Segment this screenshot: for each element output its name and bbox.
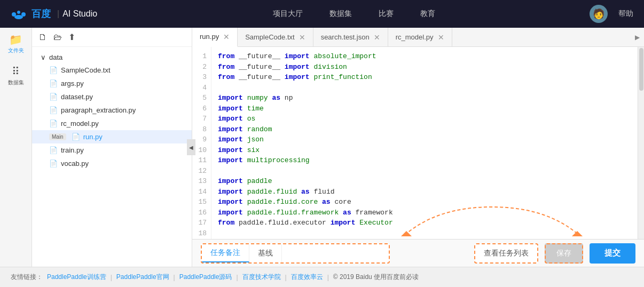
avatar[interactable]: 🧑 xyxy=(590,5,608,23)
footer-link-baiduefficiency[interactable]: 百度效率云 xyxy=(291,273,323,282)
topnav-right: 🧑 帮助 xyxy=(590,5,633,23)
file-icon-samplecode: 📄 xyxy=(49,66,58,74)
tab-scroll-right[interactable]: ▶ xyxy=(631,34,644,41)
file-icon-rcmodel: 📄 xyxy=(49,119,58,127)
line-num: 5 xyxy=(192,93,211,103)
footer-sep: | xyxy=(327,274,329,281)
nav-education[interactable]: 教育 xyxy=(420,9,435,19)
list-item[interactable]: 📄 dataset.py xyxy=(32,90,192,103)
footer-sep: | xyxy=(285,274,287,281)
sidebar: 📁 文件夹 ⠿ 数据集 xyxy=(0,28,32,267)
svg-point-3 xyxy=(14,15,23,19)
grid-icon: ⠿ xyxy=(12,65,20,78)
main-layout: 📁 文件夹 ⠿ 数据集 🗋 🗁 ⬆ ∨ data 📄 SampleCode.tx… xyxy=(0,28,644,267)
new-folder-icon[interactable]: 🗁 xyxy=(53,33,62,42)
footer-prefix: 友情链接： xyxy=(11,273,43,282)
tab-samplecode[interactable]: SampleCode.txt ✕ xyxy=(238,28,313,47)
tab-run-py-label: run.py xyxy=(200,33,219,41)
line-num: 1 xyxy=(192,51,211,62)
code-content[interactable]: from __future__ import absolute_import f… xyxy=(211,47,638,239)
line-num: 13 xyxy=(192,176,211,187)
list-item[interactable]: 📄 args.py xyxy=(32,77,192,90)
nav-competition[interactable]: 比赛 xyxy=(379,9,394,19)
footer-sep: | xyxy=(236,274,238,281)
file-icon-dataset: 📄 xyxy=(49,93,58,101)
view-task-list-button[interactable]: 查看任务列表 xyxy=(474,243,538,264)
new-file-icon[interactable]: 🗋 xyxy=(38,33,47,42)
list-item[interactable]: Main 📄 run.py xyxy=(32,130,192,144)
footer-copyright: © 2019 Baidu 使用百度前必读 xyxy=(333,273,419,282)
tab-search-test[interactable]: search.test.json ✕ xyxy=(313,28,388,47)
list-item[interactable]: 📄 SampleCode.txt xyxy=(32,63,192,77)
line-num: 11 xyxy=(192,155,211,166)
scrollbar-thumb[interactable] xyxy=(639,48,643,91)
sidebar-item-datasets[interactable]: ⠿ 数据集 xyxy=(5,65,27,86)
footer-link-paddlesource[interactable]: PaddlePaddle源码 xyxy=(179,273,232,282)
folder-data[interactable]: ∨ data xyxy=(32,51,192,63)
footer-link-paddleofficial[interactable]: PaddlePaddle官网 xyxy=(116,273,169,282)
file-name-paragraph: paragraph_extraction.py xyxy=(61,106,136,114)
footer-sep: | xyxy=(111,274,112,281)
line-num: 12 xyxy=(192,166,211,177)
upload-icon[interactable]: ⬆ xyxy=(68,32,75,42)
line-num: 4 xyxy=(192,83,211,93)
logo: 百度 | AI Studio xyxy=(11,7,97,20)
tab-search-test-close[interactable]: ✕ xyxy=(374,33,380,42)
file-toolbar: 🗋 🗁 ⬆ xyxy=(32,28,192,47)
topnav: 百度 | AI Studio 项目大厅 数据集 比赛 教育 🧑 帮助 xyxy=(0,0,644,28)
line-num: 14 xyxy=(192,187,211,197)
footer-link-paddletraining[interactable]: PaddlePaddle训练营 xyxy=(47,273,106,282)
file-name-dataset: dataset.py xyxy=(61,93,93,101)
task-notes-input[interactable] xyxy=(282,244,389,262)
code-editor[interactable]: 1 2 3 4 5 6 7 8 9 10 11 12 13 14 15 16 1… xyxy=(192,47,644,239)
svg-point-1 xyxy=(17,11,20,14)
main-badge: Main xyxy=(49,133,66,140)
editor-scrollbar[interactable] xyxy=(638,47,644,239)
sidebar-label-files: 文件夹 xyxy=(8,47,24,54)
chevron-down-icon: ∨ xyxy=(41,53,46,61)
list-item[interactable]: 📄 train.py xyxy=(32,144,192,157)
tab-rc-model[interactable]: rc_model.py ✕ xyxy=(388,28,452,47)
line-num: 15 xyxy=(192,197,211,208)
list-item[interactable]: 📄 paragraph_extraction.py xyxy=(32,103,192,117)
task-input-area: 任务备注 基线 xyxy=(201,243,390,264)
save-button[interactable]: 保存 xyxy=(545,243,583,264)
task-notes-tab[interactable]: 任务备注 xyxy=(202,244,249,262)
help-link[interactable]: 帮助 xyxy=(618,9,633,19)
logo-baidu: 百度 xyxy=(11,7,51,20)
line-num: 8 xyxy=(192,124,211,135)
submit-button[interactable]: 提交 xyxy=(590,243,635,264)
nav-datasets[interactable]: 数据集 xyxy=(329,9,352,19)
footer-link-baidutechacademy[interactable]: 百度技术学院 xyxy=(242,273,281,282)
line-num: 3 xyxy=(192,72,211,83)
list-item[interactable]: 📄 vocab.py xyxy=(32,157,192,170)
file-icon-run: 📄 xyxy=(72,133,80,141)
line-num: 18 xyxy=(192,228,211,239)
tab-rc-model-close[interactable]: ✕ xyxy=(438,33,444,42)
file-name-samplecode: SampleCode.txt xyxy=(61,66,111,74)
sidebar-item-files[interactable]: 📁 文件夹 xyxy=(5,33,27,54)
file-panel: 🗋 🗁 ⬆ ∨ data 📄 SampleCode.txt 📄 args.py … xyxy=(32,28,192,267)
list-item[interactable]: 📄 rc_model.py xyxy=(32,117,192,130)
nav-links: 项目大厅 数据集 比赛 教育 xyxy=(119,9,590,19)
nav-projects[interactable]: 项目大厅 xyxy=(273,9,303,19)
collapse-panel-arrow[interactable]: ◀ xyxy=(187,139,195,155)
footer-sep: | xyxy=(174,274,175,281)
baseline-tab[interactable]: 基线 xyxy=(249,244,282,262)
editor-area: ◀ run.py ✕ SampleCode.txt ✕ search.test.… xyxy=(192,28,644,267)
folder-icon: 📁 xyxy=(9,33,22,46)
tab-run-py[interactable]: run.py ✕ xyxy=(192,28,238,47)
file-icon-vocab: 📄 xyxy=(49,160,58,168)
file-icon-train: 📄 xyxy=(49,146,58,154)
line-num: 7 xyxy=(192,114,211,124)
tab-samplecode-close[interactable]: ✕ xyxy=(299,33,305,42)
line-num: 2 xyxy=(192,62,211,73)
bottom-toolbar: 任务备注 基线 查看任务列表 保存 提交 xyxy=(192,239,644,267)
folder-data-name: data xyxy=(49,53,62,61)
file-icon-paragraph: 📄 xyxy=(49,106,58,114)
line-num: 17 xyxy=(192,218,211,228)
file-name-vocab: vocab.py xyxy=(61,160,89,168)
line-num: 16 xyxy=(192,208,211,218)
tab-run-py-close[interactable]: ✕ xyxy=(223,33,230,41)
tab-search-test-label: search.test.json xyxy=(321,33,370,41)
